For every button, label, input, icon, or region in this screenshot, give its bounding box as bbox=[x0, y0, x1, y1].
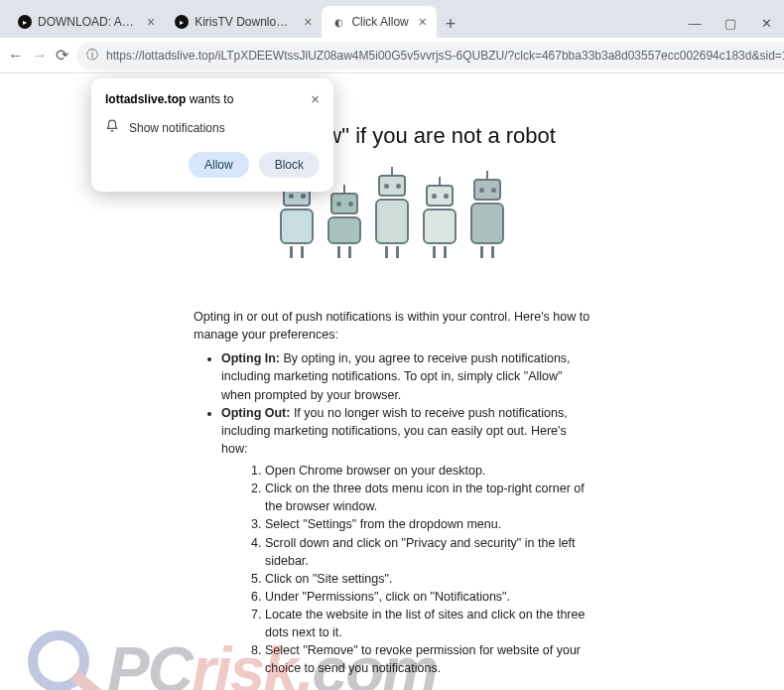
optin-label: Opting In: bbox=[221, 351, 280, 365]
intro-text: Opting in or out of push notifications i… bbox=[194, 308, 590, 344]
tab-favicon-0: ▸ bbox=[18, 15, 32, 29]
window-close-button[interactable]: ✕ bbox=[748, 8, 784, 38]
tab-title-1: KirisTV Download Page — Kiris bbox=[195, 15, 294, 29]
minimize-button[interactable]: — bbox=[677, 8, 713, 38]
permission-site: lottadslive.top wants to bbox=[105, 92, 233, 106]
new-tab-button[interactable]: + bbox=[437, 10, 464, 38]
close-icon[interactable]: × bbox=[419, 14, 427, 30]
toolbar: ← → ⟳ ⓘ https://lottadslive.top/iLTpXDEE… bbox=[0, 38, 784, 73]
tab-item-2-active[interactable]: ◐ Click Allow × bbox=[322, 6, 437, 38]
robot-2 bbox=[327, 185, 361, 258]
site-info-icon[interactable]: ⓘ bbox=[86, 47, 98, 64]
block-button[interactable]: Block bbox=[259, 152, 320, 178]
step-2: Click on the three dots menu icon in the… bbox=[265, 480, 590, 515]
permission-site-bold: lottadslive.top bbox=[105, 92, 186, 106]
maximize-button[interactable]: ▢ bbox=[713, 8, 748, 38]
close-icon[interactable]: × bbox=[304, 14, 312, 30]
step-6: Under "Permissions", click on "Notificat… bbox=[265, 588, 590, 606]
reload-button[interactable]: ⟳ bbox=[56, 43, 68, 69]
step-8: Select "Remove" to revoke permission for… bbox=[265, 641, 590, 677]
robot-3 bbox=[375, 167, 409, 258]
back-button[interactable]: ← bbox=[8, 43, 24, 69]
robot-4 bbox=[423, 177, 457, 258]
address-bar[interactable]: ⓘ https://lottadslive.top/iLTpXDEEWtssJl… bbox=[76, 42, 784, 69]
close-icon[interactable]: × bbox=[311, 90, 320, 107]
step-1: Open Chrome browser on your desktop. bbox=[265, 462, 590, 480]
bell-icon bbox=[105, 119, 119, 136]
tab-strip: ▸ DOWNLOAD: Armor (2024) Mo × ▸ KirisTV … bbox=[0, 6, 464, 38]
titlebar: ▸ DOWNLOAD: Armor (2024) Mo × ▸ KirisTV … bbox=[0, 0, 784, 38]
step-3: Select "Settings" from the dropdown menu… bbox=[265, 515, 590, 533]
tab-item-1[interactable]: ▸ KirisTV Download Page — Kiris × bbox=[165, 6, 322, 38]
tab-title-0: DOWNLOAD: Armor (2024) Mo bbox=[38, 15, 137, 29]
permission-wants-to: wants to bbox=[186, 92, 233, 106]
window-controls: — ▢ ✕ bbox=[677, 8, 784, 38]
url-text: https://lottadslive.top/iLTpXDEEWtssJlUZ… bbox=[106, 49, 784, 63]
tab-favicon-2: ◐ bbox=[331, 15, 345, 29]
close-icon[interactable]: × bbox=[147, 14, 155, 30]
step-4: Scroll down and click on "Privacy and se… bbox=[265, 534, 590, 570]
permission-actions: Allow Block bbox=[105, 152, 320, 178]
tab-title-2: Click Allow bbox=[351, 15, 408, 29]
forward-button[interactable]: → bbox=[32, 43, 48, 69]
permission-row-notifications: Show notifications bbox=[105, 119, 320, 136]
permission-popup: lottadslive.top wants to × Show notifica… bbox=[91, 78, 333, 192]
optout-item: Opting Out: If you no longer wish to rec… bbox=[221, 404, 590, 678]
step-7: Locate the website in the list of sites … bbox=[265, 606, 590, 641]
tab-favicon-1: ▸ bbox=[175, 15, 189, 29]
steps-list: Open Chrome browser on your desktop. Cli… bbox=[221, 462, 590, 678]
permission-notif-label: Show notifications bbox=[129, 121, 225, 135]
permission-title-row: lottadslive.top wants to × bbox=[105, 90, 320, 107]
robot-5 bbox=[470, 171, 504, 258]
step-5: Click on "Site settings". bbox=[265, 570, 590, 588]
article-body: Opting in or out of push notifications i… bbox=[194, 308, 590, 678]
allow-button[interactable]: Allow bbox=[189, 152, 249, 178]
optin-item: Opting In: By opting in, you agree to re… bbox=[221, 349, 590, 403]
tab-item-0[interactable]: ▸ DOWNLOAD: Armor (2024) Mo × bbox=[8, 6, 165, 38]
optout-label: Opting Out: bbox=[221, 406, 290, 420]
